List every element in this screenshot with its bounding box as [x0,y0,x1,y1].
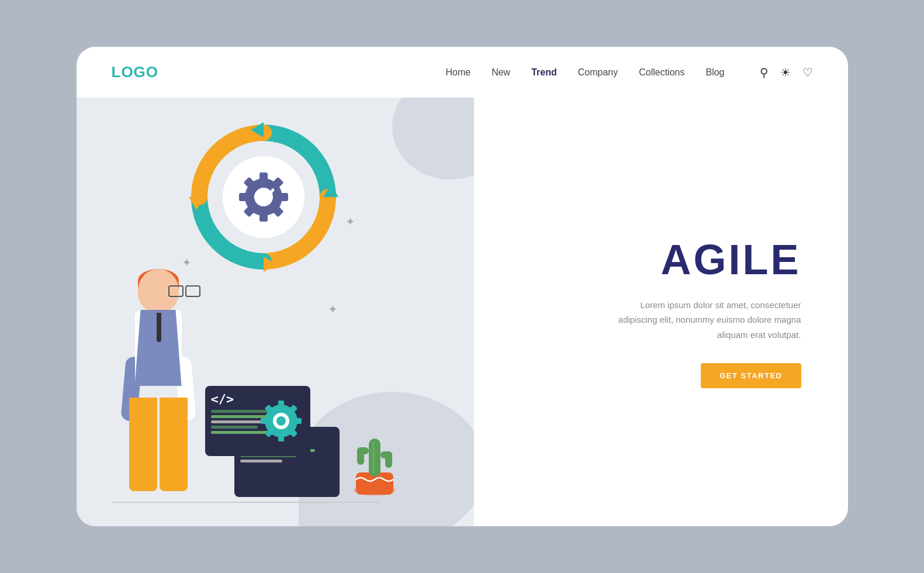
right-panel: AGILE Lorem ipsum dolor sit amet, consec… [474,98,848,526]
person-glasses [168,285,200,295]
hero-title: AGILE [614,236,801,284]
heart-icon[interactable]: ♡ [802,65,813,80]
person-tie [157,313,161,342]
user-icon[interactable]: ☀ [780,65,791,80]
svg-point-25 [276,416,286,426]
person-left-leg [129,398,157,491]
logo[interactable]: LOGO [112,63,159,81]
code-line [240,460,282,462]
person-pants [126,398,191,497]
person-right-leg [160,398,188,491]
nav-home[interactable]: Home [445,67,470,78]
svg-rect-7 [259,172,268,181]
nav-blog[interactable]: Blog [705,67,724,78]
plant [345,421,404,497]
get-started-button[interactable]: GET STARTED [701,363,801,388]
hero-description: Lorem ipsum dolor sit amet, consectetuer… [614,298,801,343]
svg-rect-23 [261,418,267,424]
sparkle-2: ✦ [345,215,355,229]
main-content: ✦ ✦ ✦ ✦ [77,98,848,526]
main-card: LOGO Home New Trend Company Collections … [77,47,848,526]
nav-collections[interactable]: Collections [639,67,684,78]
person-head [138,269,179,313]
svg-rect-30 [357,447,369,454]
outer-wrapper: LOGO Home New Trend Company Collections … [53,32,871,541]
svg-rect-11 [259,213,268,222]
header: LOGO Home New Trend Company Collections … [77,47,848,98]
svg-rect-32 [380,451,392,458]
hero-content: AGILE Lorem ipsum dolor sit amet, consec… [614,236,801,389]
svg-rect-9 [280,193,288,201]
nav-company[interactable]: Company [578,67,618,78]
code-line [211,426,258,429]
search-icon[interactable]: ⚲ [760,65,769,80]
nav-icons: ⚲ ☀ ♡ [760,65,813,80]
svg-rect-33 [372,441,375,474]
svg-rect-19 [296,418,302,424]
illustration: ✦ ✦ ✦ ✦ [77,98,474,526]
sparkle-3: ✦ [328,302,338,316]
person [112,269,205,503]
nav-new[interactable]: New [492,67,510,78]
person-body [123,310,193,403]
nav-trend[interactable]: Trend [531,67,557,78]
code-gear [258,398,304,444]
agile-cycle [182,115,345,279]
left-panel: ✦ ✦ ✦ ✦ [77,98,474,526]
svg-rect-13 [239,193,247,201]
svg-rect-17 [278,401,284,406]
svg-rect-21 [278,436,284,441]
nav: Home New Trend Company Collections Blog [445,67,724,78]
